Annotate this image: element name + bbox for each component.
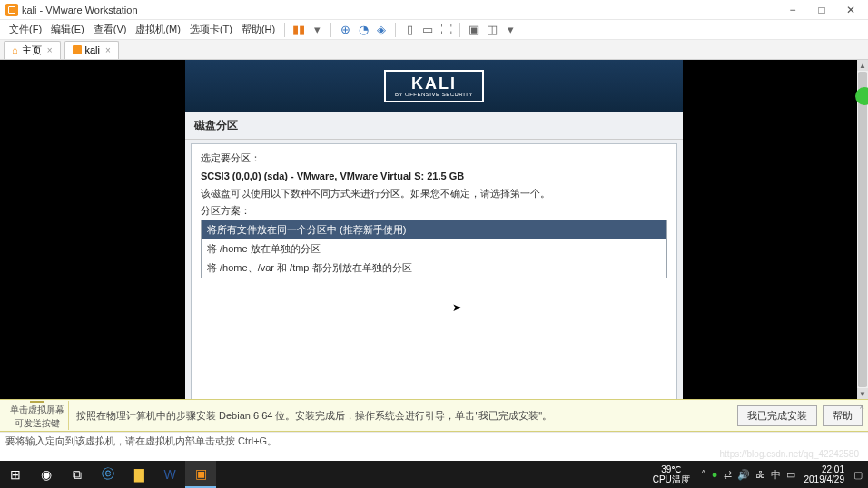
- pause-icon[interactable]: ▮▮: [291, 22, 307, 38]
- system-tray: 39℃ CPU温度 ˄ ● ⇄ 🔊 🖧 中 ▭ 22:01 2019/4/29 …: [647, 464, 868, 484]
- help-button[interactable]: 帮助: [823, 405, 863, 426]
- installer-window: KALI BY OFFENSIVE SECURITY 磁盘分区 选定要分区： S…: [185, 60, 683, 410]
- dropdown2-icon[interactable]: ▾: [502, 22, 518, 38]
- home-icon: ⌂: [12, 44, 18, 55]
- temp-label: CPU温度: [653, 474, 690, 484]
- vmware-taskbar-icon[interactable]: ▣: [185, 461, 216, 488]
- scroll-down-icon[interactable]: ▼: [857, 388, 868, 399]
- dropdown-icon[interactable]: ▾: [309, 22, 325, 38]
- word-icon[interactable]: W: [154, 461, 185, 488]
- snapshot-icon[interactable]: ◔: [355, 22, 371, 38]
- menu-help[interactable]: 帮助(H): [238, 21, 279, 38]
- watermark: https://blog.csdn.net/qq_42242580: [720, 449, 859, 459]
- start-button[interactable]: ⊞: [0, 461, 31, 488]
- tray-temp[interactable]: 39℃ CPU温度: [653, 464, 695, 484]
- tray-battery-icon[interactable]: ▭: [786, 469, 795, 481]
- menubar: 文件(F) 编辑(E) 查看(V) 虚拟机(M) 选项卡(T) 帮助(H) ▮▮…: [0, 20, 868, 40]
- done-install-button[interactable]: 我已完成安装: [737, 405, 817, 426]
- scheme-label: 分区方案：: [201, 204, 667, 218]
- monitor-icon: [30, 401, 44, 403]
- partition-option-home-var-tmp[interactable]: 将 /home、/var 和 /tmp 都分别放在单独的分区: [202, 259, 666, 278]
- clock-date: 2019/4/29: [804, 474, 845, 484]
- clock-time: 22:01: [804, 464, 845, 474]
- menu-view[interactable]: 查看(V): [90, 21, 131, 38]
- installer-header: KALI BY OFFENSIVE SECURITY: [185, 60, 683, 112]
- ie-icon[interactable]: ⓔ: [93, 461, 123, 488]
- tray-usb-icon[interactable]: ⇄: [724, 469, 732, 481]
- hint-line2: 可发送按键: [15, 417, 60, 430]
- temp-value: 39℃: [653, 464, 690, 474]
- notification-icon[interactable]: ▢: [853, 469, 863, 481]
- task-view-icon[interactable]: ⧉: [62, 461, 93, 488]
- tray-net-icon[interactable]: 🖧: [755, 469, 765, 480]
- tray-clock[interactable]: 22:01 2019/4/29: [801, 464, 849, 484]
- kali-logo-sub: BY OFFENSIVE SECURITY: [395, 92, 473, 97]
- kali-logo-text: KALI: [395, 75, 473, 92]
- section-body: 选定要分区： SCSI3 (0,0,0) (sda) - VMware, VMw…: [191, 143, 677, 406]
- close-icon[interactable]: ×: [105, 45, 111, 55]
- kali-logo: KALI BY OFFENSIVE SECURITY: [384, 70, 484, 102]
- layout-single-icon[interactable]: ▯: [401, 22, 418, 38]
- unity-icon[interactable]: ◫: [484, 22, 500, 38]
- tab-kali-label: kali: [85, 44, 101, 55]
- fullscreen-icon[interactable]: ⛶: [438, 22, 454, 38]
- window-titlebar: kali - VMware Workstation − □ ✕: [0, 0, 868, 20]
- scroll-up-icon[interactable]: ▲: [857, 60, 868, 71]
- send-ctrl-alt-del-icon[interactable]: ⊕: [337, 22, 353, 38]
- tray-up-icon[interactable]: ˄: [701, 469, 706, 481]
- vm-hint[interactable]: 单击虚拟屏幕 可发送按键: [5, 401, 69, 430]
- prompt-text: 选定要分区：: [201, 151, 667, 165]
- close-button[interactable]: ✕: [839, 2, 863, 18]
- partition-option-home-separate[interactable]: 将 /home 放在单独的分区: [202, 239, 666, 259]
- console-icon[interactable]: ▣: [466, 22, 482, 38]
- tab-bar: ⌂ 主页 × kali ×: [0, 40, 868, 60]
- window-title: kali - VMware Workstation: [22, 5, 781, 15]
- tray-sync-icon[interactable]: ●: [712, 469, 718, 480]
- tab-home[interactable]: ⌂ 主页 ×: [4, 41, 61, 59]
- status-line: 要将输入定向到该虚拟机，请在虚拟机内部单击或按 Ctrl+G。: [0, 432, 868, 448]
- os-taskbar: ⊞ ◉ ⧉ ⓔ ▇ W ▣ 39℃ CPU温度 ˄ ● ⇄ 🔊 🖧 中 ▭ 22…: [0, 461, 868, 488]
- tray-ime-icon[interactable]: 中: [771, 468, 781, 482]
- install-help-bar: 单击虚拟屏幕 可发送按键 按照在物理计算机中的步骤安装 Debian 6 64 …: [0, 399, 868, 432]
- tab-kali[interactable]: kali ×: [64, 41, 119, 59]
- menu-vm[interactable]: 虚拟机(M): [132, 21, 184, 38]
- tray-speaker-icon[interactable]: 🔊: [737, 469, 750, 481]
- manage-icon[interactable]: ◈: [373, 22, 390, 38]
- partition-option-all-in-one[interactable]: 将所有文件放在同一个分区中 (推荐新手使用): [202, 220, 666, 239]
- scroll-thumb[interactable]: [858, 72, 867, 387]
- vm-icon: [73, 45, 82, 54]
- partition-option-list: 将所有文件放在同一个分区中 (推荐新手使用) 将 /home 放在单独的分区 将…: [201, 220, 667, 278]
- layout-split-icon[interactable]: ▭: [419, 22, 436, 38]
- vm-display[interactable]: KALI BY OFFENSIVE SECURITY 磁盘分区 选定要分区： S…: [0, 60, 868, 399]
- menu-file[interactable]: 文件(F): [5, 21, 45, 38]
- menu-edit[interactable]: 编辑(E): [47, 21, 88, 38]
- menu-tabs[interactable]: 选项卡(T): [186, 21, 236, 38]
- explorer-icon[interactable]: ▇: [123, 461, 154, 488]
- close-icon[interactable]: ×: [47, 45, 53, 55]
- hint-line1: 单击虚拟屏幕: [10, 404, 64, 416]
- cortana-icon[interactable]: ◉: [31, 461, 62, 488]
- assist-bubble-icon[interactable]: [855, 87, 868, 105]
- minimize-button[interactable]: −: [781, 2, 804, 18]
- maximize-button[interactable]: □: [810, 2, 833, 18]
- section-title: 磁盘分区: [185, 112, 683, 140]
- help-message: 按照在物理计算机中的步骤安装 Debian 6 64 位。安装完成后，操作系统会…: [76, 409, 730, 423]
- disk-label: SCSI3 (0,0,0) (sda) - VMware, VMware Vir…: [201, 171, 667, 181]
- app-icon: [5, 4, 18, 16]
- close-icon[interactable]: ×: [859, 402, 864, 412]
- desc-text: 该磁盘可以使用以下数种不同方式来进行分区。如果您不确定，请选择第一个。: [201, 187, 667, 200]
- tab-home-label: 主页: [22, 44, 42, 57]
- vertical-scrollbar[interactable]: ▲ ▼: [857, 60, 868, 399]
